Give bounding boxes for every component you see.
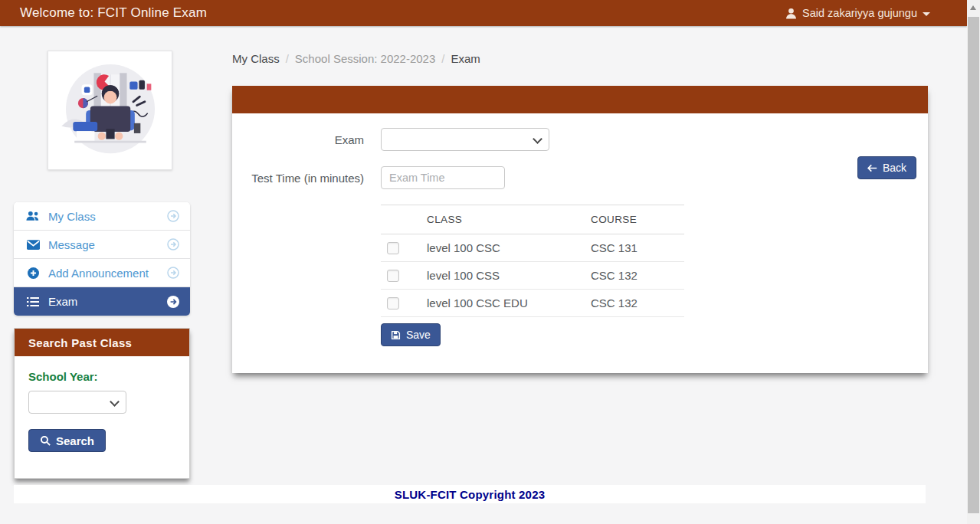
exam-label: Exam — [232, 133, 381, 146]
arrow-circle-right-icon — [167, 267, 179, 279]
exam-select[interactable] — [381, 128, 549, 151]
search-button-label: Search — [56, 434, 94, 447]
table-header-row: CLASS COURSE — [381, 205, 684, 234]
sidebar-item-label: My Class — [48, 210, 96, 223]
course-cell: CSC 132 — [585, 290, 684, 317]
table-row: level 100 CSC EDU CSC 132 — [381, 290, 684, 317]
search-button[interactable]: Search — [28, 429, 106, 452]
class-checkbox[interactable] — [387, 242, 399, 254]
back-button[interactable]: Back — [857, 156, 916, 179]
chevron-down-icon — [923, 12, 930, 16]
sidebar-item-label: Exam — [48, 295, 77, 308]
footer-copyright: SLUK-FCIT Copyright 2023 — [395, 488, 545, 501]
sidebar-item-my-class[interactable]: My Class — [14, 202, 190, 231]
breadcrumb-separator: / — [441, 52, 444, 65]
course-cell: CSC 131 — [585, 234, 684, 262]
test-time-input[interactable] — [381, 166, 505, 189]
user-icon — [785, 8, 797, 19]
class-cell: level 100 CSS — [421, 262, 585, 290]
arrow-circle-right-icon — [167, 296, 179, 308]
search-past-class-panel: Search Past Class School Year: Search — [14, 328, 190, 479]
sidebar-item-exam[interactable]: Exam — [14, 287, 190, 316]
school-year-label: School Year: — [28, 370, 175, 383]
course-cell: CSC 132 — [585, 262, 684, 290]
sidebar-item-add-announcement[interactable]: Add Announcement — [14, 259, 190, 287]
avatar — [48, 51, 172, 170]
search-panel-title: Search Past Class — [15, 329, 189, 356]
users-icon — [26, 211, 40, 221]
list-icon — [26, 297, 40, 306]
class-cell: level 100 CSC EDU — [421, 290, 585, 317]
breadcrumb: My Class / School Session: 2022-2023 / E… — [232, 52, 480, 65]
course-column-header: COURSE — [585, 205, 684, 234]
test-time-label: Test Time (in minutes) — [232, 172, 381, 185]
plus-circle-icon — [26, 267, 40, 279]
breadcrumb-separator: / — [286, 52, 289, 65]
search-icon — [40, 435, 51, 446]
user-name: Said zakariyya gujungu — [802, 7, 917, 19]
table-row: level 100 CSS CSC 132 — [381, 262, 684, 290]
class-course-table: CLASS COURSE level 100 CSC CSC 131 level… — [381, 205, 684, 317]
arrow-circle-right-icon — [167, 238, 179, 251]
scroll-up-icon[interactable] — [970, 5, 976, 10]
exam-panel: Back Exam Test Time (in minutes) CLASS C… — [232, 86, 928, 373]
envelope-icon — [26, 240, 40, 250]
panel-header-bar — [232, 86, 928, 113]
arrow-circle-right-icon — [167, 210, 179, 222]
footer: SLUK-FCIT Copyright 2023 — [14, 485, 926, 503]
sidebar-item-label: Add Announcement — [48, 267, 149, 280]
save-button[interactable]: Save — [381, 323, 441, 346]
scrollbar-thumb[interactable] — [968, 17, 979, 513]
class-checkbox[interactable] — [387, 270, 399, 282]
back-button-label: Back — [883, 162, 906, 174]
save-icon — [391, 330, 401, 340]
breadcrumb-school-session: School Session: 2022-2023 — [295, 52, 435, 65]
top-header: Welcome to: FCIT Online Exam Said zakari… — [0, 0, 967, 26]
page-scrollbar[interactable] — [967, 0, 980, 524]
breadcrumb-exam: Exam — [451, 52, 480, 65]
school-year-select[interactable] — [28, 391, 126, 414]
class-cell: level 100 CSC — [421, 234, 585, 262]
sidebar-item-message[interactable]: Message — [14, 231, 190, 259]
class-column-header: CLASS — [421, 205, 585, 234]
avatar-illustration — [53, 54, 168, 166]
app-title: Welcome to: FCIT Online Exam — [20, 5, 207, 21]
class-checkbox[interactable] — [387, 297, 399, 309]
table-row: level 100 CSC CSC 131 — [381, 234, 684, 262]
sidebar-menu: My Class Message Add Announcement Exam — [14, 202, 190, 316]
arrow-left-icon — [867, 164, 877, 172]
user-menu[interactable]: Said zakariyya gujungu — [785, 7, 930, 19]
breadcrumb-my-class[interactable]: My Class — [232, 52, 280, 65]
sidebar-item-label: Message — [48, 238, 95, 251]
save-button-label: Save — [406, 329, 431, 341]
